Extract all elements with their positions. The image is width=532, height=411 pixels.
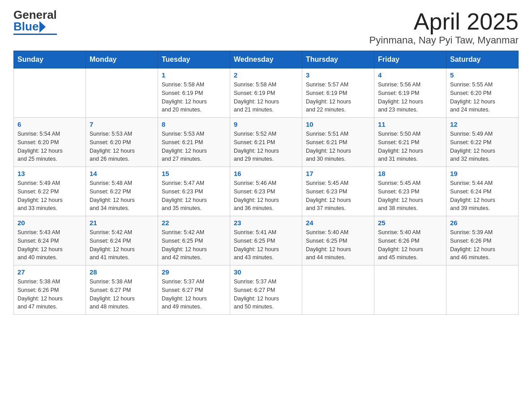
day-info: Sunrise: 5:37 AMSunset: 6:27 PMDaylight:… — [234, 278, 298, 311]
day-number: 17 — [306, 170, 370, 177]
calendar-cell: 3Sunrise: 5:57 AMSunset: 6:19 PMDaylight… — [302, 68, 374, 118]
day-info: Sunrise: 5:46 AMSunset: 6:23 PMDaylight:… — [234, 179, 298, 213]
day-number: 11 — [378, 120, 442, 128]
header-cell-saturday: Saturday — [446, 51, 519, 68]
day-number: 16 — [234, 170, 298, 177]
day-info: Sunrise: 5:42 AMSunset: 6:25 PMDaylight:… — [162, 228, 226, 262]
week-row-2: 6Sunrise: 5:54 AMSunset: 6:20 PMDaylight… — [14, 118, 519, 167]
day-info: Sunrise: 5:56 AMSunset: 6:19 PMDaylight:… — [378, 81, 442, 114]
logo: General Blue — [13, 9, 57, 35]
day-number: 1 — [162, 71, 226, 79]
day-info: Sunrise: 5:50 AMSunset: 6:21 PMDaylight:… — [378, 130, 442, 163]
day-number: 24 — [306, 219, 370, 227]
day-info: Sunrise: 5:39 AMSunset: 6:26 PMDaylight:… — [450, 228, 515, 262]
header-cell-sunday: Sunday — [14, 51, 86, 68]
day-info: Sunrise: 5:40 AMSunset: 6:26 PMDaylight:… — [378, 228, 442, 262]
header-cell-friday: Friday — [374, 51, 446, 68]
calendar-cell: 6Sunrise: 5:54 AMSunset: 6:20 PMDaylight… — [14, 118, 86, 167]
calendar-title: April 2025 — [369, 9, 519, 34]
calendar-cell: 28Sunrise: 5:38 AMSunset: 6:27 PMDayligh… — [86, 265, 158, 315]
day-info: Sunrise: 5:47 AMSunset: 6:23 PMDaylight:… — [162, 179, 226, 213]
day-number: 6 — [17, 120, 82, 128]
day-number: 21 — [90, 219, 154, 227]
calendar-cell: 2Sunrise: 5:58 AMSunset: 6:19 PMDaylight… — [230, 68, 302, 118]
day-number: 30 — [234, 268, 298, 276]
day-info: Sunrise: 5:57 AMSunset: 6:19 PMDaylight:… — [306, 81, 370, 114]
calendar-subtitle: Pyinmana, Nay Pyi Taw, Myanmar — [369, 34, 519, 46]
logo-underline — [13, 34, 57, 35]
day-number: 14 — [90, 170, 154, 177]
calendar-cell — [374, 265, 446, 315]
calendar-cell: 21Sunrise: 5:42 AMSunset: 6:24 PMDayligh… — [86, 216, 158, 265]
logo-blue-text: Blue — [13, 21, 39, 32]
day-info: Sunrise: 5:54 AMSunset: 6:20 PMDaylight:… — [17, 130, 82, 163]
calendar-cell: 23Sunrise: 5:41 AMSunset: 6:25 PMDayligh… — [230, 216, 302, 265]
calendar-cell: 15Sunrise: 5:47 AMSunset: 6:23 PMDayligh… — [158, 167, 230, 216]
calendar-cell: 19Sunrise: 5:44 AMSunset: 6:24 PMDayligh… — [446, 167, 519, 216]
header-cell-wednesday: Wednesday — [230, 51, 302, 68]
day-info: Sunrise: 5:58 AMSunset: 6:19 PMDaylight:… — [162, 81, 226, 114]
day-number: 27 — [17, 268, 82, 276]
day-number: 4 — [378, 71, 442, 79]
day-info: Sunrise: 5:48 AMSunset: 6:22 PMDaylight:… — [90, 179, 154, 213]
day-number: 20 — [17, 219, 82, 227]
day-number: 13 — [17, 170, 82, 177]
calendar-cell: 17Sunrise: 5:45 AMSunset: 6:23 PMDayligh… — [302, 167, 374, 216]
calendar-cell: 5Sunrise: 5:55 AMSunset: 6:20 PMDaylight… — [446, 68, 519, 118]
day-number: 7 — [90, 120, 154, 128]
day-info: Sunrise: 5:38 AMSunset: 6:27 PMDaylight:… — [90, 278, 154, 311]
calendar-cell: 20Sunrise: 5:43 AMSunset: 6:24 PMDayligh… — [14, 216, 86, 265]
day-info: Sunrise: 5:38 AMSunset: 6:26 PMDaylight:… — [17, 278, 82, 311]
title-block: April 2025 Pyinmana, Nay Pyi Taw, Myanma… — [369, 9, 519, 46]
day-number: 5 — [450, 71, 515, 79]
calendar-cell: 24Sunrise: 5:40 AMSunset: 6:25 PMDayligh… — [302, 216, 374, 265]
day-number: 15 — [162, 170, 226, 177]
day-number: 23 — [234, 219, 298, 227]
calendar-cell: 26Sunrise: 5:39 AMSunset: 6:26 PMDayligh… — [446, 216, 519, 265]
day-info: Sunrise: 5:53 AMSunset: 6:21 PMDaylight:… — [162, 130, 226, 163]
day-info: Sunrise: 5:40 AMSunset: 6:25 PMDaylight:… — [306, 228, 370, 262]
calendar-cell: 16Sunrise: 5:46 AMSunset: 6:23 PMDayligh… — [230, 167, 302, 216]
header-cell-thursday: Thursday — [302, 51, 374, 68]
logo-name: General Blue — [13, 9, 57, 35]
calendar-header-row: SundayMondayTuesdayWednesdayThursdayFrid… — [14, 51, 519, 68]
logo-chevron-icon — [39, 21, 46, 33]
day-info: Sunrise: 5:45 AMSunset: 6:23 PMDaylight:… — [306, 179, 370, 213]
calendar-cell — [302, 265, 374, 315]
day-number: 28 — [90, 268, 154, 276]
day-number: 12 — [450, 120, 515, 128]
calendar-cell: 1Sunrise: 5:58 AMSunset: 6:19 PMDaylight… — [158, 68, 230, 118]
day-number: 2 — [234, 71, 298, 79]
header-cell-tuesday: Tuesday — [158, 51, 230, 68]
week-row-5: 27Sunrise: 5:38 AMSunset: 6:26 PMDayligh… — [14, 265, 519, 315]
day-number: 26 — [450, 219, 515, 227]
calendar-cell: 12Sunrise: 5:49 AMSunset: 6:22 PMDayligh… — [446, 118, 519, 167]
calendar-cell: 9Sunrise: 5:52 AMSunset: 6:21 PMDaylight… — [230, 118, 302, 167]
day-number: 3 — [306, 71, 370, 79]
calendar-cell: 18Sunrise: 5:45 AMSunset: 6:23 PMDayligh… — [374, 167, 446, 216]
logo-general-text: General — [13, 9, 57, 21]
day-info: Sunrise: 5:42 AMSunset: 6:24 PMDaylight:… — [90, 228, 154, 262]
calendar-cell: 25Sunrise: 5:40 AMSunset: 6:26 PMDayligh… — [374, 216, 446, 265]
calendar-cell: 27Sunrise: 5:38 AMSunset: 6:26 PMDayligh… — [14, 265, 86, 315]
day-info: Sunrise: 5:49 AMSunset: 6:22 PMDaylight:… — [450, 130, 515, 163]
day-number: 10 — [306, 120, 370, 128]
calendar-cell — [446, 265, 519, 315]
day-info: Sunrise: 5:37 AMSunset: 6:27 PMDaylight:… — [162, 278, 226, 311]
day-number: 8 — [162, 120, 226, 128]
calendar-cell: 29Sunrise: 5:37 AMSunset: 6:27 PMDayligh… — [158, 265, 230, 315]
calendar-cell: 30Sunrise: 5:37 AMSunset: 6:27 PMDayligh… — [230, 265, 302, 315]
calendar-cell: 22Sunrise: 5:42 AMSunset: 6:25 PMDayligh… — [158, 216, 230, 265]
day-info: Sunrise: 5:44 AMSunset: 6:24 PMDaylight:… — [450, 179, 515, 213]
day-info: Sunrise: 5:45 AMSunset: 6:23 PMDaylight:… — [378, 179, 442, 213]
calendar-cell: 10Sunrise: 5:51 AMSunset: 6:21 PMDayligh… — [302, 118, 374, 167]
day-number: 22 — [162, 219, 226, 227]
week-row-1: 1Sunrise: 5:58 AMSunset: 6:19 PMDaylight… — [14, 68, 519, 118]
calendar-table: SundayMondayTuesdayWednesdayThursdayFrid… — [13, 51, 519, 315]
day-number: 9 — [234, 120, 298, 128]
day-info: Sunrise: 5:53 AMSunset: 6:20 PMDaylight:… — [90, 130, 154, 163]
day-info: Sunrise: 5:41 AMSunset: 6:25 PMDaylight:… — [234, 228, 298, 262]
calendar-cell: 13Sunrise: 5:49 AMSunset: 6:22 PMDayligh… — [14, 167, 86, 216]
day-number: 19 — [450, 170, 515, 177]
day-number: 25 — [378, 219, 442, 227]
